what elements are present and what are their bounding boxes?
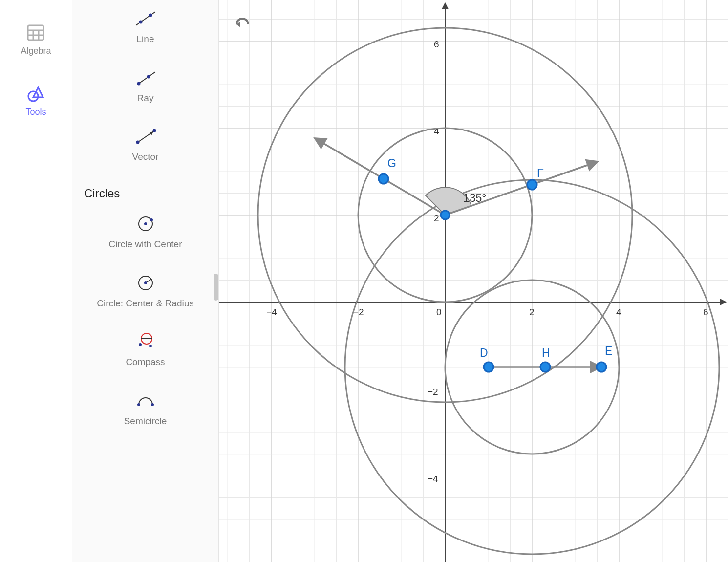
tool-line[interactable]: Line xyxy=(84,10,207,45)
label-F: F xyxy=(537,167,544,179)
svg-point-12 xyxy=(147,75,150,78)
label-G: G xyxy=(387,157,396,170)
svg-rect-0 xyxy=(28,25,43,40)
svg-point-11 xyxy=(137,82,140,85)
label-D: D xyxy=(480,346,488,359)
angle-value-label: 135° xyxy=(463,192,487,204)
tool-circle-radius-label: Circle: Center & Radius xyxy=(97,298,194,310)
svg-text:4: 4 xyxy=(616,307,621,317)
tools-view-button[interactable]: Tools xyxy=(25,86,46,117)
circle-center-icon xyxy=(134,215,157,233)
view-switcher-rail: Algebra Tools xyxy=(0,0,72,562)
line-icon xyxy=(134,10,157,27)
tool-compass-label: Compass xyxy=(126,356,165,368)
tool-vector[interactable]: Vector xyxy=(84,128,207,163)
tool-line-label: Line xyxy=(137,33,154,45)
point-F xyxy=(527,180,537,190)
undo-button[interactable] xyxy=(234,16,251,32)
svg-point-18 xyxy=(144,222,147,225)
tool-circle-center-radius[interactable]: Circle: Center & Radius xyxy=(84,274,207,310)
point-E xyxy=(597,362,606,372)
circle-radius-icon xyxy=(134,274,157,292)
svg-text:6: 6 xyxy=(434,39,439,49)
svg-text:2: 2 xyxy=(434,213,439,223)
svg-point-9 xyxy=(149,14,152,17)
panel-scrollbar-thumb[interactable] xyxy=(214,274,218,301)
svg-point-8 xyxy=(139,21,142,24)
tool-vector-label: Vector xyxy=(132,151,159,163)
coordinate-plane[interactable]: −4 −2 0 2 4 6 6 4 2 −2 −4 xyxy=(219,0,728,562)
label-E: E xyxy=(605,345,612,357)
svg-line-10 xyxy=(139,72,155,84)
circles-section-header: Circles xyxy=(84,187,207,200)
svg-point-15 xyxy=(136,141,139,144)
svg-text:2: 2 xyxy=(529,307,535,317)
tool-ray[interactable]: Ray xyxy=(84,69,207,105)
svg-point-27 xyxy=(137,403,140,406)
tool-semicircle[interactable]: Semicircle xyxy=(84,392,207,428)
point-G xyxy=(379,174,388,184)
calculator-icon xyxy=(27,24,44,41)
tool-compass[interactable]: Compass xyxy=(84,333,207,368)
undo-icon xyxy=(234,16,251,30)
svg-text:−2: −2 xyxy=(428,387,438,397)
point-D xyxy=(484,362,493,372)
ray-icon xyxy=(134,69,157,86)
vector-icon xyxy=(134,128,157,145)
minor-grid xyxy=(219,0,728,562)
label-H: H xyxy=(542,346,550,359)
svg-point-16 xyxy=(152,129,156,132)
tool-ray-label: Ray xyxy=(137,92,154,105)
geometry-points[interactable] xyxy=(379,174,606,372)
svg-text:0: 0 xyxy=(436,307,442,317)
svg-text:−4: −4 xyxy=(428,474,438,484)
semicircle-icon xyxy=(134,392,157,410)
tool-circle-with-center[interactable]: Circle with Center xyxy=(84,215,207,251)
svg-text:−4: −4 xyxy=(266,307,277,317)
algebra-label: Algebra xyxy=(21,46,51,56)
svg-text:6: 6 xyxy=(703,307,708,317)
svg-line-7 xyxy=(136,12,155,25)
point-center1 xyxy=(441,211,450,219)
svg-point-22 xyxy=(144,281,147,284)
tool-panel: Line Ray Vector Circles Circle with Cent… xyxy=(72,0,219,562)
tools-label: Tools xyxy=(25,107,46,117)
axis-labels: −4 −2 0 2 4 6 6 4 2 −2 −4 xyxy=(266,39,708,484)
svg-point-28 xyxy=(151,403,154,406)
compass-icon xyxy=(134,333,157,350)
tool-semicircle-label: Semicircle xyxy=(124,415,167,428)
tool-circle-center-label: Circle with Center xyxy=(109,238,182,251)
tools-icon xyxy=(27,86,45,102)
graph-canvas[interactable]: −4 −2 0 2 4 6 6 4 2 −2 −4 xyxy=(219,0,728,562)
point-H xyxy=(540,362,550,372)
algebra-view-button[interactable]: Algebra xyxy=(21,24,51,56)
svg-point-25 xyxy=(139,343,142,346)
svg-point-19 xyxy=(150,218,153,221)
svg-point-26 xyxy=(149,345,152,347)
